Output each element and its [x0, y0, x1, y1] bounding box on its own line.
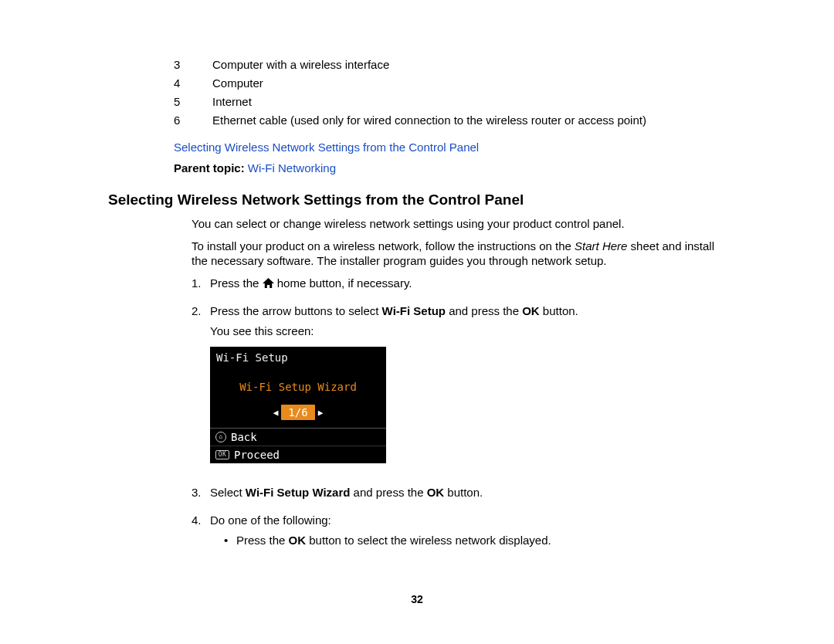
item-text: Ethernet cable (used only for wired conn… [212, 114, 734, 127]
item-text: Internet [212, 95, 734, 108]
intro-text-2: To install your product on a wireless ne… [108, 239, 734, 269]
numbered-item: 4 Computer [108, 76, 734, 90]
step-text: Do one of the following: [210, 513, 734, 528]
ok-icon: OK [215, 450, 229, 459]
text-fragment: button to select the wireless network di… [306, 534, 551, 547]
item-number: 4 [174, 76, 212, 90]
step-number: 4. [192, 513, 210, 549]
back-icon: ⌂ [215, 432, 226, 442]
bullet-content: Press the OK button to select the wirele… [236, 533, 551, 548]
screen-title: Wi-Fi Setup [210, 347, 386, 368]
footer-proceed-label: Proceed [234, 449, 280, 460]
arrow-left-icon: ◀ [273, 408, 279, 417]
numbered-item: 6 Ethernet cable (used only for wired co… [108, 114, 734, 127]
text-fragment: and press the [446, 304, 522, 317]
text-fragment: button. [444, 486, 483, 499]
text-fragment: button. [540, 304, 578, 317]
screen-footer: ⌂ Back OK Proceed [210, 428, 386, 463]
bullet-marker: • [224, 533, 236, 548]
bullet-item: • Press the OK button to select the wire… [210, 533, 734, 548]
step-number: 3. [192, 485, 210, 505]
parent-topic: Parent topic: Wi-Fi Networking [108, 161, 734, 175]
footer-proceed-row: OK Proceed [210, 446, 386, 463]
text-fragment: home button, if necessary. [274, 276, 412, 290]
item-number: 3 [174, 58, 212, 71]
page-number: 32 [0, 593, 834, 605]
text-fragment: Press the [236, 534, 289, 547]
pager-counter: 1/6 [281, 405, 314, 420]
step-content: Select Wi-Fi Setup Wizard and press the … [210, 485, 734, 505]
step-number: 2. [192, 303, 210, 464]
text-fragment: Select [210, 486, 246, 499]
step-1: 1. Press the home button, if necessary. [108, 276, 734, 297]
device-screen: Wi-Fi Setup Wi-Fi Setup Wizard ◀ 1/6 ▶ ⌂… [210, 347, 386, 463]
intro-text-1: You can select or change wireless networ… [108, 216, 734, 232]
step-4: 4. Do one of the following: • Press the … [108, 513, 734, 549]
text-bold: OK [427, 486, 445, 499]
related-link[interactable]: Selecting Wireless Network Settings from… [108, 141, 734, 154]
step-content: Press the arrow buttons to select Wi-Fi … [210, 303, 734, 464]
step-3: 3. Select Wi-Fi Setup Wizard and press t… [108, 485, 734, 505]
text-italic: Start Here [575, 239, 627, 253]
step-content: Press the home button, if necessary. [210, 276, 734, 297]
text-fragment: To install your product on a wireless ne… [192, 239, 575, 253]
home-icon [263, 276, 274, 292]
parent-topic-link[interactable]: Wi-Fi Networking [248, 161, 336, 175]
text-bold: OK [522, 304, 540, 317]
item-text: Computer [212, 76, 734, 90]
section-heading: Selecting Wireless Network Settings from… [108, 192, 734, 208]
numbered-item: 5 Internet [108, 95, 734, 108]
step-content: Do one of the following: • Press the OK … [210, 513, 734, 549]
numbered-item: 3 Computer with a wireless interface [108, 58, 734, 71]
text-bold: OK [289, 534, 307, 547]
text-fragment: and press the [350, 486, 426, 499]
step-2: 2. Press the arrow buttons to select Wi-… [108, 303, 734, 464]
footer-back-label: Back [231, 432, 257, 442]
document-page: 3 Computer with a wireless interface 4 C… [0, 0, 834, 548]
text-fragment: Press the arrow buttons to select [210, 304, 382, 317]
screen-highlight-option: Wi-Fi Setup Wizard [210, 368, 386, 400]
step-subtext: You see this screen: [210, 324, 734, 339]
item-text: Computer with a wireless interface [212, 58, 734, 71]
text-bold: Wi-Fi Setup [382, 304, 446, 317]
footer-back-row: ⌂ Back [210, 429, 386, 446]
parent-topic-label: Parent topic: [174, 161, 248, 175]
numbered-list-continued: 3 Computer with a wireless interface 4 C… [108, 58, 734, 127]
text-fragment: Press the [210, 276, 263, 290]
item-number: 5 [174, 95, 212, 108]
text-bold: Wi-Fi Setup Wizard [246, 486, 351, 499]
item-number: 6 [174, 114, 212, 127]
step-number: 1. [192, 276, 210, 297]
arrow-right-icon: ▶ [318, 408, 324, 417]
screen-pager: ◀ 1/6 ▶ [210, 400, 386, 428]
